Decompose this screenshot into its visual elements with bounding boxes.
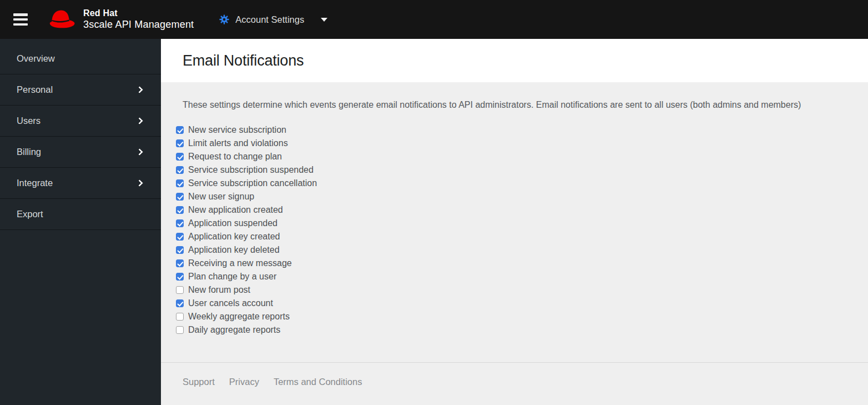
notification-option[interactable]: Receiving a new message	[176, 258, 292, 268]
notification-option[interactable]: Request to change plan	[176, 152, 282, 162]
notification-option[interactable]: Daily aggregate reports	[176, 325, 280, 335]
sidebar-item[interactable]: Integrate	[0, 168, 161, 199]
sidebar-item[interactable]: Overview	[0, 43, 161, 74]
account-settings-label: Account Settings	[235, 14, 304, 25]
sidebar-item[interactable]: Billing	[0, 137, 161, 168]
notification-row: New user signup	[176, 190, 846, 203]
notification-label: Limit alerts and violations	[188, 138, 288, 148]
notification-label: Application suspended	[188, 218, 277, 228]
footer-link[interactable]: Support	[183, 377, 215, 387]
notification-label: New user signup	[188, 192, 254, 202]
red-hat-fedora-icon	[43, 7, 77, 32]
notification-row: New application created	[176, 203, 846, 217]
app-window: Red Hat 3scale API Management	[0, 0, 868, 405]
settings-description: These settings determine which events ge…	[183, 98, 846, 112]
notification-checkbox[interactable]	[176, 233, 184, 241]
notification-checkbox[interactable]	[176, 259, 184, 267]
notification-option[interactable]: New service subscription	[176, 125, 286, 135]
notification-row: Service subscription cancellation	[176, 177, 846, 190]
chevron-right-icon	[136, 117, 143, 124]
notification-label: Service subscription suspended	[188, 165, 314, 175]
notification-checkbox[interactable]	[176, 153, 184, 161]
notification-option[interactable]: Application key deleted	[176, 245, 280, 255]
notification-checkbox[interactable]	[176, 193, 184, 201]
notification-label: New forum post	[188, 285, 250, 295]
notification-checkbox[interactable]	[176, 206, 184, 214]
notification-label: New application created	[188, 205, 283, 215]
notification-checkbox[interactable]	[176, 273, 184, 281]
notification-checkbox[interactable]	[176, 299, 184, 307]
notification-option[interactable]: New forum post	[176, 285, 250, 295]
page-title: Email Notifications	[183, 52, 304, 69]
notification-row: New service subscription	[176, 123, 846, 137]
brand[interactable]: Red Hat 3scale API Management	[43, 7, 194, 32]
notification-label: Plan change by a user	[188, 272, 276, 282]
notification-option[interactable]: Weekly aggregate reports	[176, 312, 290, 322]
email-notifications-panel: These settings determine which events ge…	[161, 82, 868, 363]
sidebar-item-label: Integrate	[17, 178, 53, 188]
notification-option[interactable]: Application key created	[176, 232, 280, 242]
notification-checkbox[interactable]	[176, 126, 184, 134]
notification-label: Service subscription cancellation	[188, 178, 317, 188]
notification-label: Application key created	[188, 232, 280, 242]
sidebar-item[interactable]: Users	[0, 106, 161, 137]
notification-checkbox[interactable]	[176, 326, 184, 334]
chevron-right-icon	[136, 148, 143, 156]
menu-icon[interactable]	[13, 13, 28, 26]
notification-row: Limit alerts and violations	[176, 137, 846, 150]
sidebar-item-label: Overview	[17, 53, 55, 64]
notification-option[interactable]: Service subscription suspended	[176, 165, 314, 175]
notification-option[interactable]: New user signup	[176, 192, 254, 202]
notification-option[interactable]: Limit alerts and violations	[176, 138, 288, 148]
footer-link[interactable]: Terms and Conditions	[274, 377, 362, 387]
notification-option[interactable]: Plan change by a user	[176, 272, 276, 282]
notification-label: Receiving a new message	[188, 258, 292, 268]
notification-label: User cancels account	[188, 298, 273, 308]
notification-checkbox[interactable]	[176, 139, 184, 147]
notification-option[interactable]: User cancels account	[176, 298, 273, 308]
page-header: Email Notifications	[161, 39, 868, 82]
brand-line2: 3scale API Management	[83, 19, 194, 31]
sidebar-nav: Overview Personal Users Billing Integrat…	[0, 43, 161, 230]
chevron-down-icon	[321, 18, 327, 22]
notification-checkbox[interactable]	[176, 246, 184, 254]
notification-label: New service subscription	[188, 125, 286, 135]
notification-row: Receiving a new message	[176, 257, 846, 270]
notification-option[interactable]: Service subscription cancellation	[176, 178, 317, 188]
notification-checkbox-list: New service subscription Limit alerts an…	[176, 123, 846, 337]
notification-checkbox[interactable]	[176, 219, 184, 227]
footer-link[interactable]: Privacy	[229, 377, 259, 387]
notification-row: Plan change by a user	[176, 270, 846, 283]
notification-row: Application key deleted	[176, 243, 846, 257]
chevron-right-icon	[136, 179, 143, 187]
sidebar-item[interactable]: Personal	[0, 74, 161, 106]
notification-option[interactable]: Application suspended	[176, 218, 277, 228]
notification-label: Daily aggregate reports	[188, 325, 280, 335]
top-bar: Red Hat 3scale API Management	[0, 0, 868, 39]
notification-row: New forum post	[176, 283, 846, 297]
notification-row: Application suspended	[176, 217, 846, 230]
notification-row: Daily aggregate reports	[176, 323, 846, 337]
sidebar-item-label: Export	[17, 209, 43, 219]
notification-label: Application key deleted	[188, 245, 280, 255]
notification-option[interactable]: New application created	[176, 205, 283, 215]
notification-checkbox[interactable]	[176, 166, 184, 174]
notification-checkbox[interactable]	[176, 179, 184, 187]
account-settings-selector[interactable]: Account Settings	[219, 14, 327, 25]
notification-label: Request to change plan	[188, 152, 282, 162]
notification-label: Weekly aggregate reports	[188, 312, 290, 322]
sidebar-item[interactable]: Export	[0, 199, 161, 230]
notification-row: Application key created	[176, 230, 846, 243]
notification-row: Request to change plan	[176, 150, 846, 163]
brand-line1: Red Hat	[83, 8, 194, 18]
brand-title: Red Hat 3scale API Management	[83, 8, 194, 30]
footer: SupportPrivacyTerms and Conditions	[161, 363, 868, 405]
sidebar-item-label: Billing	[17, 147, 41, 157]
notification-checkbox[interactable]	[176, 313, 184, 321]
notification-row: Weekly aggregate reports	[176, 310, 846, 323]
main-content: Email Notifications These settings deter…	[161, 39, 868, 405]
notification-checkbox[interactable]	[176, 286, 184, 294]
sidebar-item-label: Users	[17, 116, 41, 126]
notification-row: User cancels account	[176, 297, 846, 310]
chevron-right-icon	[136, 86, 143, 93]
